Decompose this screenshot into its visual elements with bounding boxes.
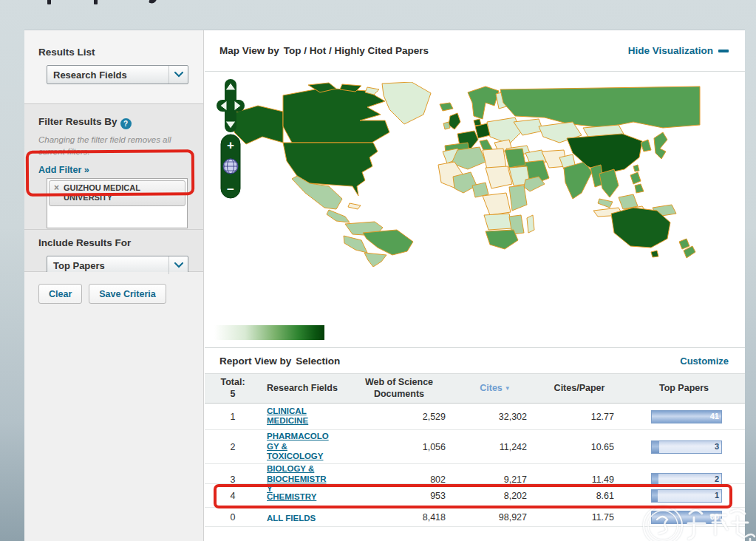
cutoff-heading-mark [94,0,98,4]
docs-cell: 2,529 [344,412,454,422]
chevron-down-icon[interactable] [168,256,188,274]
clear-button[interactable]: Clear [38,284,82,304]
include-results-section: Include Results For Top Papers [24,230,203,272]
rank-cell: 1 [205,412,261,422]
map-view-title: Map View byTop / Hot / Highly Cited Pape… [219,45,429,56]
cites-per-paper-cell: 12.77 [536,412,623,422]
table-row: 1 CLINICAL MEDICINE 2,529 32,302 12.77 4… [205,404,745,430]
top-papers-value: 60 [710,512,719,521]
field-link-chemistry[interactable]: CHEMISTRY [267,492,330,503]
top-papers-value: 41 [710,412,719,421]
rank-cell: 4 [205,491,261,501]
results-list-title: Results List [38,47,203,58]
filter-section: Filter Results By? Changing the filter f… [24,104,203,230]
report-view-title: Report View bySelection [219,355,340,367]
cites-cell: 8,202 [454,491,536,501]
map-region: + − [205,72,745,348]
zoom-in-icon: + [227,138,234,152]
cites-cell: 98,927 [454,512,536,523]
column-header-cites-per-paper[interactable]: Cites/Paper [536,383,623,395]
results-list-selected: Research Fields [47,69,168,81]
report-view-title-main: Selection [296,355,340,367]
total-value: 5 [205,389,261,401]
cites-per-paper-cell: 8.61 [536,491,623,501]
report-view-title-prefix: Report View by [219,355,291,367]
docs-cell: 1,056 [344,442,454,452]
top-papers-value: 2 [715,474,719,483]
results-list-dropdown[interactable]: Research Fields [47,65,188,84]
docs-cell: 953 [344,491,454,501]
cites-per-paper-cell: 11.49 [536,474,623,485]
cites-cell: 32,302 [454,412,536,422]
field-link-pharmacology-toxicology[interactable]: PHARMACOLOGY & TOXICOLOGY [267,432,330,462]
cites-cell: 11,242 [454,442,536,452]
top-papers-bar[interactable]: 2 [651,473,722,486]
top-papers-bar[interactable]: 41 [651,410,722,423]
top-papers-bar[interactable]: 1 [651,489,722,503]
cites-header-label: Cites [480,383,503,393]
customize-link[interactable]: Customize [680,355,729,367]
chevron-down-icon[interactable] [168,66,188,84]
include-results-title: Include Results For [38,237,203,248]
remove-filter-icon[interactable]: × [54,183,59,203]
map-view-header: Map View byTop / Hot / Highly Cited Pape… [205,30,745,72]
top-papers-bar[interactable]: 60 [651,511,722,524]
docs-cell: 802 [344,474,454,485]
filter-title: Filter Results By [38,116,118,127]
filter-tag-label: GUIZHOU MEDICAL UNIVERSITY [64,183,180,203]
save-criteria-button[interactable]: Save Criteria [89,284,166,304]
filter-note: Changing the filter field removes all cu… [38,135,183,157]
map-zoom-control[interactable]: + − [220,134,241,199]
table-header-row: Total: 5 Research Fields Web of Science … [205,374,745,404]
active-filters-box: × GUIZHOU MEDICAL UNIVERSITY [47,178,188,228]
field-link-all-fields[interactable]: ALL FIELDS [267,514,316,524]
cutoff-heading-mark [149,0,157,4]
column-header-cites[interactable]: Cites▼ [454,383,536,395]
table-row-all-fields: 0 ALL FIELDS 8,418 98,927 11.75 60 [205,508,745,527]
sort-desc-icon: ▼ [505,385,511,392]
world-map[interactable] [221,82,705,267]
cites-per-paper-cell: 11.75 [536,512,623,523]
filter-tag[interactable]: × GUIZHOU MEDICAL UNIVERSITY [49,180,185,206]
total-count: Total: 5 [205,377,261,400]
column-header-wos-documents[interactable]: Web of Science Documents [344,377,454,400]
hide-visualization-label: Hide Visualization [628,45,713,56]
column-header-top-papers[interactable]: Top Papers [623,383,745,395]
zoom-out-icon: − [227,183,234,197]
hide-visualization-link[interactable]: Hide Visualization [628,45,729,56]
sidebar-actions: Clear Save Criteria [24,272,203,304]
top-papers-value: 1 [715,491,719,500]
cites-cell: 9,217 [454,474,536,485]
field-link-clinical-medicine[interactable]: CLINICAL MEDICINE [267,406,330,426]
rank-cell: 0 [205,512,261,523]
globe-icon [223,159,238,174]
main-area: Map View byTop / Hot / Highly Cited Pape… [205,30,745,541]
minus-icon [718,50,729,52]
map-color-legend [214,325,324,340]
top-papers-bar[interactable]: 3 [651,440,722,454]
map-view-title-prefix: Map View by [219,45,279,56]
results-list-section: Results List Research Fields [24,30,203,104]
question-icon[interactable]: ? [120,118,132,129]
total-label: Total: [205,377,261,389]
map-pan-control[interactable] [217,79,245,132]
include-results-selected: Top Papers [47,260,168,271]
add-filter-link[interactable]: Add Filter » [38,165,89,175]
cites-per-paper-cell: 10.65 [536,442,623,452]
map-view-title-main: Top / Hot / Highly Cited Papers [284,45,429,56]
content-panel: Results List Research Fields Filter Resu… [24,30,745,541]
report-table: Total: 5 Research Fields Web of Science … [205,374,745,527]
report-view-header: Report View bySelection Customize [205,348,745,374]
column-header-research-fields[interactable]: Research Fields [261,383,344,395]
table-row: 2 PHARMACOLOGY & TOXICOLOGY 1,056 11,242… [205,430,745,464]
top-papers-value: 3 [715,442,719,451]
docs-cell: 8,418 [344,512,454,523]
table-row: 3 BIOLOGY & BIOCHEMISTRY 802 9,217 11.49… [205,464,745,484]
rank-cell: 3 [205,474,261,485]
cutoff-heading-mark [47,0,51,4]
sidebar: Results List Research Fields Filter Resu… [24,30,204,541]
rank-cell: 2 [205,442,261,452]
